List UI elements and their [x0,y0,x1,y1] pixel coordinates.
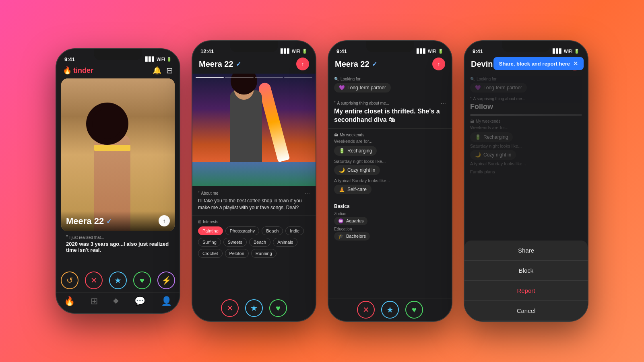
chip-running[interactable]: Running [251,249,277,258]
like-button-2[interactable]: ♥ [269,299,287,317]
filter-icon[interactable]: ⊟ [166,66,173,75]
phone-3: 9:41 ▋▋▋ WiFi 🔋 Meera 22 ✓ ↑ [328,40,452,322]
indicator-3 [255,77,283,78]
boost-button-1[interactable]: ↑ [159,215,170,226]
name-3: Meera 22 [335,60,369,69]
profile-header-2: Meera 22 ✓ ↑ [192,56,316,74]
chip-painting-label: Painting [202,228,219,233]
moon-emoji-3: 🌙 [339,167,345,173]
chip-peloton-label: Peloton [229,251,244,256]
about-label-2: " About me [198,191,218,195]
scroll-content-3[interactable]: 🔍 Looking for 💜 Long-term partner " A su… [328,74,452,298]
phone-1: 9:41 ▋▋▋ WiFi 🔋 🔥 tinder 🔔 ⊟ [56,48,180,314]
chip-animals[interactable]: Animals [273,238,297,247]
boost-btn-3[interactable]: ↑ [432,58,445,70]
blurred-line-4 [470,114,582,116]
surprise-label-4: " A surprising thing about me... [470,97,582,101]
status-icons-2: ▋▋▋ WiFi 🔋 [281,49,308,54]
selfcare-emoji-3: 🧘 [339,187,345,192]
verified-badge-2: ✓ [236,60,241,68]
chip-crochet[interactable]: Crochet [198,249,223,258]
wifi-icon-1: WiFi [157,57,165,62]
card-area-1[interactable]: Meera 22 ✓ ↑ " I just realized that... 2… [56,78,180,268]
edu-icon-3: 🎓 [338,234,344,239]
about-text-2: I'll take you to the best coffee shop in… [198,197,310,211]
follow-text-4: Follow [470,103,582,111]
search-icon-4: 🔍 [470,77,475,81]
surprising-label-3: " A surprising thing about me... [334,101,389,105]
star-button-2[interactable]: ★ [245,299,263,317]
share-option-4[interactable]: Share [464,241,588,261]
modal-overlay-4[interactable]: Share Block Report Cancel [464,241,588,321]
boost-red-btn-2[interactable]: ↑ [296,58,309,70]
battery-4: 🔋 [574,49,580,54]
boost-button[interactable]: ⚡ [157,272,175,289]
super-like-button[interactable]: ★ [109,272,127,289]
lf-chip-4: 💜 Long-term partner [470,83,527,93]
search-icon-3: 🔍 [334,77,339,81]
nav-profile[interactable]: 👤 [161,296,172,306]
chip-surfing[interactable]: Surfing [198,238,221,247]
nope-button[interactable]: ✕ [85,272,103,289]
profile-photo-1 [61,78,175,231]
nav-diamond[interactable]: ◆ [113,296,119,306]
basics-section-3: Basics Zodiac ♒ Aquarius Education 🎓 Bac… [328,200,452,245]
profile-photo-2[interactable] [192,74,316,186]
lf-emoji-3: 💜 [339,85,345,90]
chip-sweets[interactable]: Sweets [223,238,247,247]
phone-2: 12:41 ▋▋▋ WiFi 🔋 Meera 22 ✓ ↑ [192,40,316,322]
more-icon-2[interactable]: ··· [305,190,310,197]
phone-4: 9:41 ▋▋▋ WiFi 🔋 Devin 22 ✓ 🎙 🔍 [464,40,588,322]
looking-for-section-3: 🔍 Looking for 💜 Long-term partner [328,74,452,96]
education-chip-3: 🎓 Bachelors [334,232,370,241]
chip-running-label: Running [256,251,272,256]
wifi-3: WiFi [428,49,436,53]
battery-3: 🔋 [438,49,444,54]
person-hair-1 [92,109,122,139]
report-option-4[interactable]: Report [464,281,588,301]
wifi-2: WiFi [292,49,300,53]
verified-badge-3: ✓ [372,60,377,68]
more-icon-3[interactable]: ··· [441,100,446,107]
status-icons-4: ▋▋▋ WiFi 🔋 [553,49,580,54]
bikini-strap-1 [94,145,130,151]
chip-peloton[interactable]: Peloton [225,249,249,258]
like-button-3[interactable]: ♥ [405,301,423,319]
like-button[interactable]: ♥ [133,272,151,289]
nav-fire[interactable]: 🔥 [64,296,75,306]
surprising-section-3: " A surprising thing about me... ··· My … [328,96,452,129]
notification-icon[interactable]: 🔔 [153,66,161,75]
profile-name-1: Meera 22 [66,216,104,226]
signal-3: ▋▋▋ [417,49,426,54]
weekends-sub-3: Weekends are for... [334,139,446,144]
sat-label-3: Saturday night looks like... [334,159,446,164]
rewind-button[interactable]: ↺ [61,272,78,289]
nope-button-2[interactable]: ✕ [221,299,239,317]
tooltip-close-4[interactable]: ✕ [573,60,578,67]
chip-animals-label: Animals [277,240,293,245]
battery-icon-1: 🔋 [167,57,171,62]
chip-painting[interactable]: Painting [198,226,223,235]
zodiac-chip-3: ♒ Aquarius [334,217,367,225]
education-label-3: Education [334,227,446,231]
sat-label-4: Saturday night looks like... [470,144,582,148]
status-icons-3: ▋▋▋ WiFi 🔋 [417,49,444,54]
weekends-section-3: 🏔 My weekends Weekends are for... 🔋 Rech… [328,129,452,200]
card-name-1: Meera 22 ✓ [66,216,170,226]
star-button-3[interactable]: ★ [381,301,399,319]
tooltip-bubble-4[interactable]: Share, block and report here ✕ [493,57,584,70]
signal-2: ▋▋▋ [281,49,290,54]
block-option-4[interactable]: Block [464,261,588,281]
chip-beach2[interactable]: Beach [249,238,270,247]
chip-indie[interactable]: Indie [285,226,304,235]
nav-messages[interactable]: 💬 [134,296,145,306]
profile-card-1[interactable]: Meera 22 ✓ ↑ [61,78,175,231]
nope-button-3[interactable]: ✕ [357,301,375,319]
bottom-nav-1: 🔥 ⊞ ◆ 💬 👤 [56,292,180,313]
phone-4-screen: 9:41 ▋▋▋ WiFi 🔋 Devin 22 ✓ 🎙 🔍 [464,41,588,321]
chip-beach[interactable]: Beach [262,226,283,235]
chip-photography[interactable]: Photography [225,226,259,235]
nav-explore[interactable]: ⊞ [91,296,98,306]
surprising-header-3: " A surprising thing about me... ··· [334,100,446,107]
cancel-option-4[interactable]: Cancel [464,301,588,321]
